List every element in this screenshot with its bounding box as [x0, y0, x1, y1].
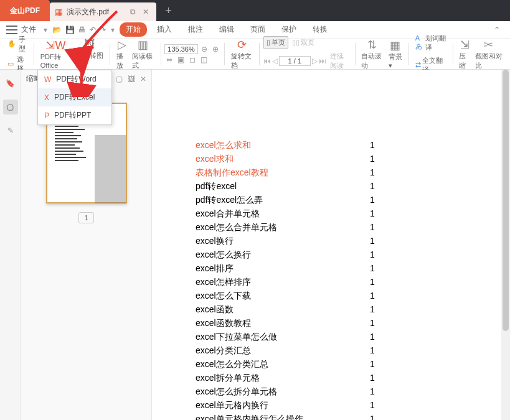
tab-convert[interactable]: 转换	[306, 22, 334, 37]
doc-row: excel怎么换行1	[196, 248, 485, 261]
file-tab[interactable]: ▦ 演示文件.pdf ⧉ ✕	[50, 2, 156, 21]
print-icon[interactable]: 🖶	[78, 26, 86, 34]
doc-row: 表格制作excel教程1	[196, 166, 485, 179]
page-prev-icon[interactable]: ◁	[272, 57, 278, 65]
doc-row: excel怎么下载1	[196, 289, 485, 302]
doc-term: excel合并单元格	[196, 207, 370, 220]
fit-visible-icon[interactable]: ◫	[199, 55, 209, 64]
tab-annotate[interactable]: 批注	[182, 22, 209, 37]
tab-insert[interactable]: 插入	[151, 22, 178, 37]
thumbnail-rail-icon[interactable]: ▢	[3, 100, 18, 114]
doc-term: excel单元格内换行怎么操作	[196, 412, 370, 420]
doc-num: 1	[370, 275, 375, 289]
doc-num: 1	[370, 385, 375, 398]
hand-tool[interactable]: ✋手型	[7, 35, 27, 54]
tab-start[interactable]: 开始	[120, 22, 147, 37]
popout-icon[interactable]: ⧉	[130, 7, 136, 16]
vertical-scrollbar[interactable]	[501, 70, 510, 420]
translate-icon: Aあ	[415, 34, 424, 51]
doc-term: excel怎样排序	[196, 275, 370, 289]
scroll-icon: ⇅	[367, 38, 377, 52]
doc-term: excel怎么求和	[196, 138, 370, 152]
scrollbar-thumb[interactable]	[503, 70, 509, 331]
page-last-icon[interactable]: ⏭	[319, 57, 326, 65]
redo-icon[interactable]: ↷	[100, 26, 106, 34]
tab-edit[interactable]: 编辑	[213, 22, 240, 37]
doc-row: excel函数教程1	[196, 316, 485, 330]
tab-page[interactable]: 页面	[244, 22, 272, 37]
doc-term: excel排序	[196, 261, 370, 275]
pdf-page: excel怎么求和1excel求和1表格制作excel教程1pdf转excel1…	[152, 70, 510, 420]
file-tab-label: 演示文件.pdf	[67, 7, 109, 17]
file-menu[interactable]: 文件	[21, 24, 36, 35]
collapse-ribbon-icon[interactable]: ⌃	[494, 26, 500, 34]
ppt-icon: P	[44, 111, 49, 120]
auto-scroll-button[interactable]: ⇅ 自动滚动	[359, 38, 385, 70]
pdf-to-office-button[interactable]: ⇲W PDF转Office	[38, 39, 73, 69]
play-icon: ▷	[118, 38, 126, 52]
doc-num: 1	[370, 179, 375, 193]
actual-size-icon[interactable]: ◻	[187, 55, 197, 64]
pdf-image-icon: 🖼	[84, 38, 95, 51]
doc-num: 1	[370, 398, 375, 412]
page-first-icon[interactable]: ⏮	[263, 57, 271, 65]
sidebar-image-icon[interactable]: 🖼	[128, 75, 135, 83]
compress-button[interactable]: ⇲ 压缩	[456, 38, 473, 70]
single-page-button[interactable]: ▯单页	[263, 36, 288, 49]
pdf-to-ppt-item[interactable]: PPDF转PPT	[38, 106, 111, 124]
zoom-out-icon[interactable]: ⊖	[199, 45, 209, 54]
document-area[interactable]: excel怎么求和1excel求和1表格制作excel教程1pdf转excel1…	[152, 70, 510, 420]
doc-row: pdf转excel1	[196, 179, 485, 193]
sidebar-option-icon[interactable]: ▢	[116, 75, 123, 83]
hamburger-icon[interactable]	[6, 26, 17, 34]
doc-num: 1	[370, 412, 375, 420]
doc-row: excel排序1	[196, 261, 485, 275]
fit-page-icon[interactable]: ▣	[176, 55, 186, 64]
doc-num: 1	[370, 234, 375, 248]
excel-icon: X	[44, 93, 49, 102]
play-button[interactable]: ▷ 播放	[114, 38, 130, 70]
compress-icon: ⇲	[460, 38, 470, 52]
pdf-to-word-item[interactable]: WPDF转Word	[38, 70, 111, 88]
doc-term: excel求和	[196, 152, 370, 166]
doc-num: 1	[370, 220, 375, 234]
doc-num: 1	[370, 166, 375, 179]
page-number-input[interactable]: 1 / 1	[279, 56, 311, 66]
zoom-in-icon[interactable]: ⊕	[210, 45, 220, 54]
doc-num: 1	[370, 261, 375, 275]
open-icon[interactable]: 📂	[52, 26, 62, 34]
doc-row: excel怎么合并单元格1	[196, 220, 485, 234]
zoom-display[interactable]: 135.36%	[164, 44, 197, 54]
doc-num: 1	[370, 357, 375, 371]
fit-width-icon[interactable]: ⇔	[164, 55, 174, 64]
brand-tab[interactable]: 金山PDF	[0, 0, 50, 21]
toolbar: ✋手型 ▭选择 ⇲W PDF转Office 🖼 PDF转图片 ▷ 播放 ▥ 阅读…	[0, 39, 510, 70]
bookmark-rail-icon[interactable]: 🔖	[3, 76, 18, 91]
background-button[interactable]: ▦ 背景▾	[386, 39, 405, 70]
sidebar-close-icon[interactable]: ✕	[140, 75, 146, 83]
doc-num: 1	[370, 207, 375, 220]
add-tab-button[interactable]: +	[156, 4, 181, 17]
pdf-icon: ▦	[55, 7, 63, 17]
translate-full-icon: ⇄	[415, 61, 421, 69]
pdf-to-image-button[interactable]: 🖼 PDF转图片	[73, 38, 106, 70]
pdf-to-excel-item[interactable]: XPDF转Excel	[38, 88, 111, 106]
annotation-rail-icon[interactable]: ✎	[3, 123, 18, 138]
word-translate-button[interactable]: Aあ划词翻译	[413, 32, 449, 54]
close-tab-icon[interactable]: ✕	[143, 7, 149, 16]
continuous-button[interactable]: 连续阅读	[328, 50, 351, 72]
page-next-icon[interactable]: ▷	[312, 57, 318, 65]
doc-row: excel换行1	[196, 234, 485, 248]
doc-term: excel下拉菜单怎么做	[196, 330, 370, 343]
title-bar: 金山PDF ▦ 演示文件.pdf ⧉ ✕ +	[0, 0, 510, 21]
read-mode-button[interactable]: ▥ 阅读模式	[130, 38, 156, 70]
rotate-icon: ⟳	[237, 38, 247, 52]
undo-icon[interactable]: ↶	[90, 26, 96, 34]
save-icon[interactable]: 💾	[65, 26, 75, 34]
doc-term: excel怎么下载	[196, 289, 370, 302]
tab-protect[interactable]: 保护	[275, 22, 303, 37]
doc-term: excel函数教程	[196, 316, 370, 330]
screenshot-button[interactable]: ✂ 截图和对比	[473, 38, 505, 70]
double-page-button[interactable]: ▯▯双页	[290, 37, 317, 49]
rotate-doc-button[interactable]: ⟳ 旋转文档	[229, 38, 255, 70]
